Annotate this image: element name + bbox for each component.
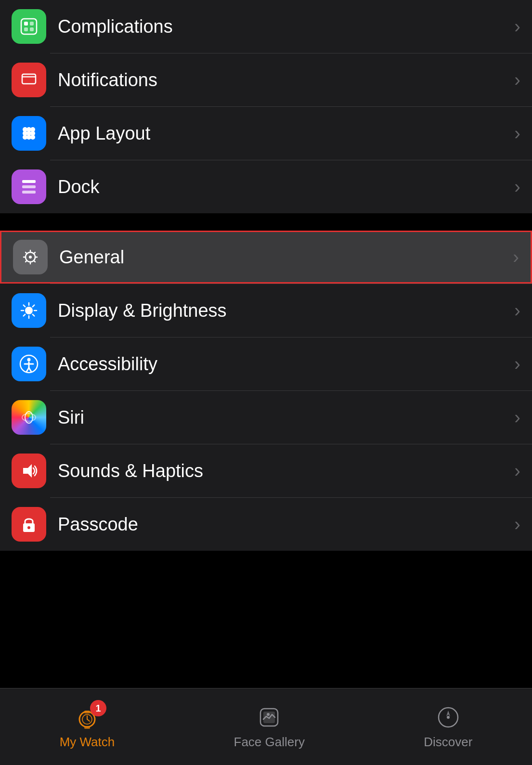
svg-rect-2	[30, 22, 34, 26]
dock-chevron: ›	[514, 177, 520, 197]
dock-icon	[12, 169, 46, 204]
svg-line-27	[34, 252, 35, 254]
app-layout-chevron: ›	[514, 123, 520, 144]
siri-label: Siri	[58, 407, 510, 428]
sounds-item[interactable]: Sounds & Haptics ›	[0, 444, 532, 497]
passcode-chevron: ›	[514, 514, 520, 535]
svg-line-43	[29, 368, 31, 372]
svg-line-26	[34, 260, 35, 262]
display-item[interactable]: Display & Brightness ›	[0, 284, 532, 337]
svg-rect-18	[22, 191, 36, 194]
svg-rect-51	[84, 726, 90, 729]
tab-my-watch[interactable]: 1 My Watch	[40, 699, 134, 754]
notifications-label: Notifications	[58, 70, 510, 91]
svg-line-35	[33, 314, 35, 316]
face-gallery-icon	[256, 704, 283, 731]
passcode-item[interactable]: Passcode ›	[0, 498, 532, 551]
svg-point-20	[29, 256, 32, 259]
complications-icon	[12, 9, 46, 44]
general-label: General	[59, 247, 509, 268]
passcode-label: Passcode	[58, 514, 510, 535]
svg-rect-5	[22, 74, 36, 84]
svg-point-57	[267, 713, 270, 716]
notifications-chevron: ›	[514, 70, 520, 91]
svg-rect-4	[30, 27, 34, 31]
complications-label: Complications	[58, 16, 510, 37]
siri-item[interactable]: Siri ›	[0, 391, 532, 444]
general-chevron: ›	[513, 247, 519, 268]
svg-rect-50	[84, 711, 90, 713]
svg-point-45	[22, 414, 36, 421]
svg-rect-3	[24, 27, 28, 31]
general-icon	[13, 240, 48, 274]
tab-bar: 1 My Watch Face Gallery Discover	[0, 688, 532, 765]
display-chevron: ›	[514, 300, 520, 321]
tab-discover[interactable]: Discover	[404, 699, 492, 754]
app-layout-icon	[12, 116, 46, 151]
svg-line-28	[26, 260, 27, 262]
sounds-icon	[12, 454, 46, 488]
svg-rect-17	[22, 185, 36, 188]
watch-badge: 1	[90, 700, 106, 716]
svg-point-48	[27, 526, 30, 529]
svg-line-25	[26, 252, 27, 254]
dock-label: Dock	[58, 177, 510, 197]
watch-icon: 1	[74, 704, 101, 731]
dock-item[interactable]: Dock ›	[0, 160, 532, 213]
svg-line-37	[24, 314, 26, 316]
siri-icon	[12, 400, 46, 435]
svg-rect-16	[22, 180, 36, 183]
my-watch-label: My Watch	[60, 735, 115, 750]
complications-chevron: ›	[514, 16, 520, 37]
notifications-icon	[12, 63, 46, 97]
svg-rect-6	[22, 76, 36, 78]
svg-line-54	[87, 719, 90, 721]
face-gallery-label: Face Gallery	[234, 735, 305, 750]
svg-point-15	[30, 135, 35, 140]
general-item[interactable]: General ›	[0, 231, 532, 284]
notifications-item[interactable]: Notifications ›	[0, 53, 532, 106]
accessibility-chevron: ›	[514, 354, 520, 375]
svg-point-29	[25, 307, 33, 314]
app-layout-item[interactable]: App Layout ›	[0, 107, 532, 160]
accessibility-item[interactable]: Accessibility ›	[0, 337, 532, 390]
sounds-chevron: ›	[514, 461, 520, 481]
svg-point-60	[447, 716, 450, 719]
siri-chevron: ›	[514, 407, 520, 428]
svg-rect-0	[21, 19, 37, 34]
accessibility-label: Accessibility	[58, 354, 510, 375]
svg-marker-59	[446, 711, 450, 716]
svg-line-34	[24, 305, 26, 307]
section-gap	[0, 213, 532, 231]
section-2: General › Display & Brightness	[0, 231, 532, 551]
svg-rect-1	[24, 22, 28, 26]
svg-point-39	[27, 358, 31, 362]
complications-item[interactable]: Complications ›	[0, 0, 532, 53]
svg-line-36	[33, 305, 35, 307]
discover-label: Discover	[424, 735, 472, 750]
display-label: Display & Brightness	[58, 300, 510, 321]
sounds-label: Sounds & Haptics	[58, 461, 510, 481]
app-layout-label: App Layout	[58, 123, 510, 144]
discover-icon	[435, 704, 462, 731]
section-1: Complications › Notifications ›	[0, 0, 532, 213]
passcode-icon	[12, 507, 46, 542]
display-icon	[12, 293, 46, 328]
accessibility-icon	[12, 347, 46, 381]
main-content: Complications › Notifications ›	[0, 0, 532, 628]
tab-face-gallery[interactable]: Face Gallery	[215, 699, 324, 754]
svg-marker-46	[23, 464, 32, 478]
